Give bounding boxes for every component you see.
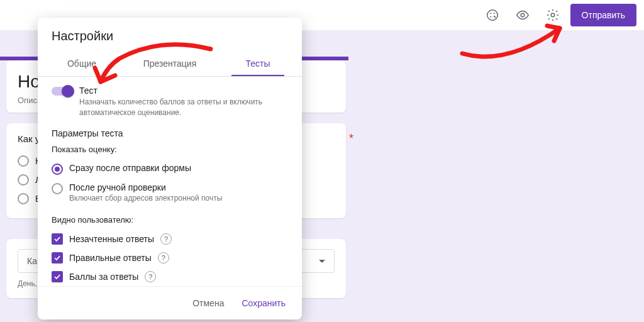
checkbox-icon (52, 252, 63, 264)
checkbox-points[interactable]: Баллы за ответы ? (52, 267, 288, 286)
checkbox-missed[interactable]: Незачтенные ответы ? (52, 230, 288, 248)
modal-title: Настройки (38, 18, 302, 43)
visible-heading: Видно пользователю: (52, 215, 288, 225)
svg-point-5 (551, 13, 555, 17)
svg-point-0 (487, 10, 497, 21)
quiz-params-heading: Параметры теста (52, 128, 288, 138)
tab-quizzes[interactable]: Тесты (214, 51, 302, 76)
chevron-down-icon (319, 260, 325, 263)
help-icon[interactable]: ? (145, 271, 156, 282)
save-button[interactable]: Сохранить (235, 293, 292, 313)
palette-icon[interactable] (480, 3, 505, 28)
gear-icon[interactable] (540, 3, 565, 28)
radio-icon (52, 183, 63, 194)
send-button[interactable]: Отправить (570, 4, 636, 26)
radio-after-manual[interactable]: После ручной проверки Включает сбор адре… (52, 179, 288, 206)
radio-icon (18, 193, 29, 204)
show-grade-heading: Показать оценку: (52, 145, 288, 154)
help-icon[interactable]: ? (160, 233, 172, 245)
radio-sub: Включает сбор адресов электронной почты (69, 194, 222, 203)
required-mark: * (349, 132, 644, 145)
settings-modal: Настройки Общие Презентация Тесты Тест Н… (38, 18, 302, 319)
tab-presentation[interactable]: Презентация (126, 51, 214, 76)
checkbox-icon (52, 233, 63, 245)
radio-immediately[interactable]: Сразу после отправки формы (52, 159, 288, 179)
quiz-toggle-label: Тест (79, 86, 288, 96)
tab-general[interactable]: Общие (38, 51, 126, 76)
quiz-toggle[interactable] (52, 87, 73, 96)
checkbox-correct[interactable]: Правильные ответы ? (52, 248, 288, 267)
checkbox-icon (52, 271, 63, 282)
cancel-button[interactable]: Отмена (186, 293, 230, 313)
radio-icon (18, 155, 29, 167)
svg-point-1 (490, 13, 491, 14)
svg-point-2 (493, 13, 494, 14)
svg-point-3 (490, 16, 491, 18)
preview-icon[interactable] (510, 3, 535, 28)
svg-point-4 (521, 13, 525, 17)
help-icon[interactable]: ? (158, 252, 169, 264)
radio-icon (52, 164, 63, 175)
radio-icon (18, 174, 29, 186)
quiz-toggle-description: Назначать количество баллов за ответы и … (79, 97, 288, 118)
